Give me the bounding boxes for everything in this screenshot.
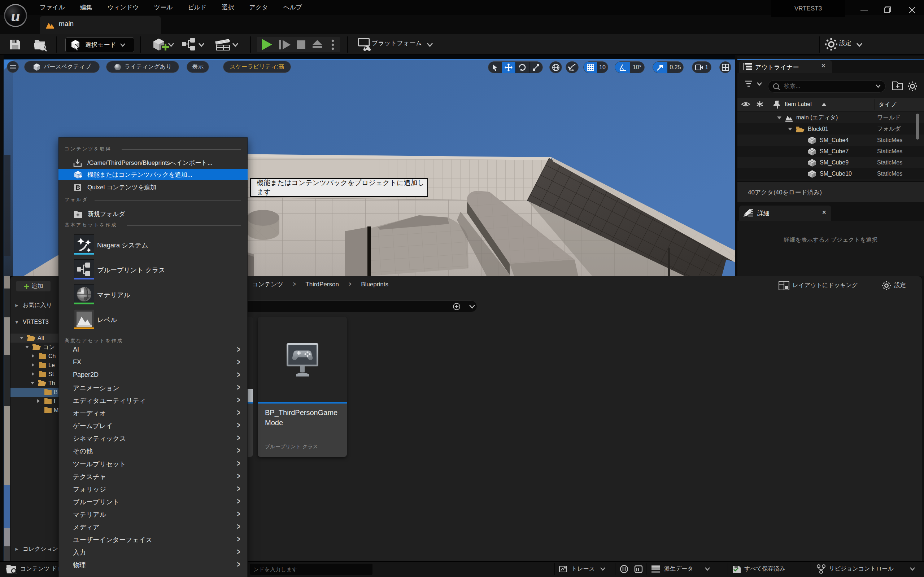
svg-text:I: I (54, 398, 55, 404)
svg-text:B: B (54, 389, 58, 395)
svg-text:M: M (54, 407, 58, 413)
svg-text:All: All (37, 335, 44, 341)
svg-text:Ch: Ch (48, 353, 56, 359)
svg-text:St: St (48, 371, 54, 377)
svg-text:Le: Le (48, 362, 55, 368)
svg-text:コン: コン (43, 344, 55, 350)
svg-text:Th: Th (48, 380, 55, 386)
svg-text:u: u (11, 6, 20, 25)
